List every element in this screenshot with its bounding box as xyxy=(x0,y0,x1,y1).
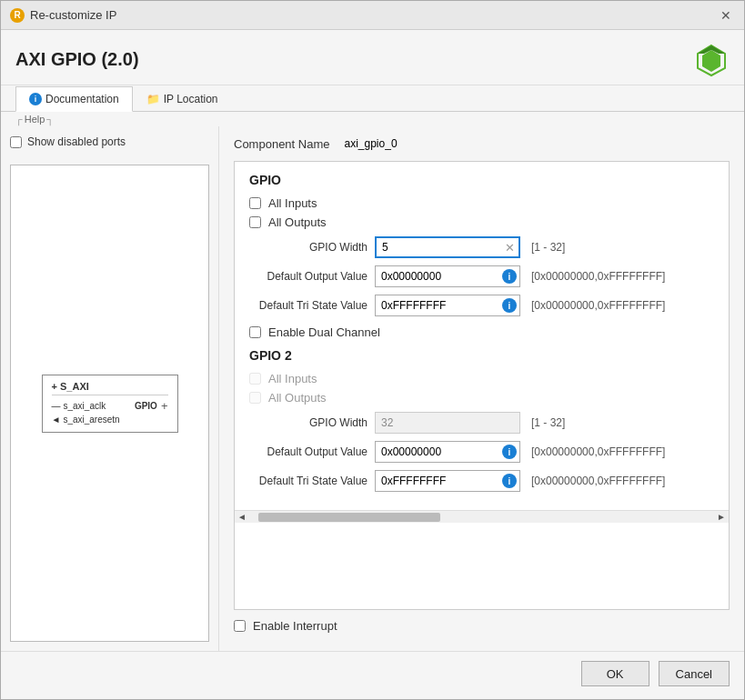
enable-interrupt-row: Enable Interrupt xyxy=(234,619,730,633)
ok-button[interactable]: OK xyxy=(581,661,649,686)
horizontal-scrollbar[interactable]: ◄ ► xyxy=(235,510,729,523)
default-tristate-info-icon[interactable]: i xyxy=(502,298,517,313)
gpio2-width-display: 32 xyxy=(375,412,520,434)
gpio-section-title: GPIO xyxy=(249,173,714,187)
all-inputs-label: All Inputs xyxy=(268,196,317,210)
gpio-width-range: [1 - 32] xyxy=(531,241,565,254)
gpio2-all-outputs-row: All Outputs xyxy=(249,391,714,405)
right-panel: Component Name GPIO All Inputs All Outpu… xyxy=(219,126,744,651)
scrollable-config[interactable]: GPIO All Inputs All Outputs GPIO Width xyxy=(234,161,730,610)
component-name-label: Component Name xyxy=(234,137,330,151)
horiz-scroll-thumb[interactable] xyxy=(258,513,440,522)
help-section: ┌ Help ┐ xyxy=(1,112,744,126)
gpio2-default-output-range: [0x00000000,0xFFFFFFFF] xyxy=(531,445,665,458)
default-tristate-input-wrapper: i xyxy=(375,295,520,316)
component-name-input[interactable] xyxy=(339,135,730,152)
enable-dual-channel-label: Enable Dual Channel xyxy=(268,325,380,339)
title-bar-left: R Re-customize IP xyxy=(10,8,116,23)
gpio2-default-output-row: Default Output Value i [0x00000000,0xFFF… xyxy=(249,441,714,463)
gpio-block: + S_AXI — s_axi_aclk GPIO + ◄ s_axi_ares… xyxy=(42,375,178,433)
gpio2-default-tristate-label: Default Tri State Value xyxy=(249,475,367,487)
gpio2-width-value: 32 xyxy=(381,416,393,429)
folder-icon: 📁 xyxy=(146,93,160,105)
tab-ip-location[interactable]: 📁 IP Location xyxy=(133,86,232,112)
show-ports-row: Show disabled ports xyxy=(10,135,209,148)
gpio2-default-output-wrapper: i xyxy=(375,441,520,463)
gpio2-width-label: GPIO Width xyxy=(249,416,367,429)
gpio2-default-tristate-info-icon[interactable]: i xyxy=(502,474,517,488)
gpio2-default-output-input[interactable] xyxy=(381,442,499,462)
show-disabled-ports-label: Show disabled ports xyxy=(27,135,126,148)
gpio-width-row: GPIO Width ✕ [1 - 32] xyxy=(249,236,714,258)
all-outputs-label: All Outputs xyxy=(268,215,327,229)
scroll-right-arrow[interactable]: ► xyxy=(714,512,729,522)
gpio-width-label: GPIO Width xyxy=(249,241,367,254)
gpio-width-clear-icon[interactable]: ✕ xyxy=(505,241,515,255)
port-row-aresetn: ◄ s_axi_aresetn xyxy=(52,415,168,425)
help-label: Help xyxy=(25,114,45,125)
all-outputs-row: All Outputs xyxy=(249,215,714,229)
tabs-bar: i Documentation 📁 IP Location xyxy=(1,85,744,112)
gpio2-default-tristate-wrapper: i xyxy=(375,470,520,492)
gpio-width-input[interactable] xyxy=(382,238,498,256)
title-icon: R xyxy=(10,8,25,23)
svg-marker-1 xyxy=(702,50,720,72)
gpio2-width-range: [1 - 32] xyxy=(531,416,565,429)
gpio2-default-tristate-range: [0x00000000,0xFFFFFFFF] xyxy=(531,475,665,487)
gpio-block-title: + S_AXI xyxy=(52,381,168,395)
default-tristate-range: [0x00000000,0xFFFFFFFF] xyxy=(531,299,665,312)
close-button[interactable]: ✕ xyxy=(717,6,735,25)
component-name-row: Component Name xyxy=(234,135,730,152)
gpio2-default-output-label: Default Output Value xyxy=(249,445,367,458)
default-output-row: Default Output Value i [0x00000000,0xFFF… xyxy=(249,265,714,287)
gpio2-section: GPIO 2 All Inputs All Outputs GPIO Width xyxy=(249,348,714,492)
config-inner: GPIO All Inputs All Outputs GPIO Width xyxy=(235,162,729,510)
info-icon: i xyxy=(29,93,42,105)
gpio2-section-title: GPIO 2 xyxy=(249,348,714,363)
gpio-width-input-wrapper: ✕ xyxy=(375,236,520,258)
default-output-info-icon[interactable]: i xyxy=(502,269,517,284)
gpio2-default-tristate-row: Default Tri State Value i [0x00000000,0x… xyxy=(249,470,714,492)
header-area: AXI GPIO (2.0) xyxy=(1,30,744,85)
scroll-left-arrow[interactable]: ◄ xyxy=(235,512,249,522)
default-output-label: Default Output Value xyxy=(249,270,367,283)
enable-dual-channel-checkbox[interactable] xyxy=(249,326,261,338)
default-output-input-wrapper: i xyxy=(375,265,520,287)
default-tristate-input[interactable] xyxy=(381,295,499,315)
all-outputs-checkbox[interactable] xyxy=(249,216,261,228)
dialog-window: R Re-customize IP ✕ AXI GPIO (2.0) i Doc… xyxy=(0,0,745,700)
enable-interrupt-checkbox[interactable] xyxy=(234,620,246,632)
xilinx-logo xyxy=(693,41,730,77)
gpio2-all-outputs-label: All Outputs xyxy=(268,391,327,405)
gpio2-all-inputs-checkbox[interactable] xyxy=(249,373,261,385)
all-inputs-row: All Inputs xyxy=(249,196,714,210)
all-inputs-checkbox[interactable] xyxy=(249,197,261,209)
tab-documentation[interactable]: i Documentation xyxy=(15,86,133,112)
title-text: Re-customize IP xyxy=(30,8,116,22)
show-disabled-ports-checkbox[interactable] xyxy=(10,136,22,148)
app-title: AXI GPIO (2.0) xyxy=(15,49,139,70)
gpio2-all-inputs-row: All Inputs xyxy=(249,372,714,385)
cancel-button[interactable]: Cancel xyxy=(659,661,730,686)
enable-dual-row: Enable Dual Channel xyxy=(249,325,714,339)
gpio2-default-tristate-input[interactable] xyxy=(381,471,499,491)
default-output-input[interactable] xyxy=(381,266,499,286)
gpio2-all-outputs-checkbox[interactable] xyxy=(249,392,261,404)
default-tristate-label: Default Tri State Value xyxy=(249,299,367,312)
default-output-range: [0x00000000,0xFFFFFFFF] xyxy=(531,270,665,283)
footer-buttons: OK Cancel xyxy=(1,651,744,699)
default-tristate-row: Default Tri State Value i [0x00000000,0x… xyxy=(249,295,714,316)
gpio2-all-inputs-label: All Inputs xyxy=(268,372,317,385)
gpio2-default-output-info-icon[interactable]: i xyxy=(502,445,517,459)
title-bar: R Re-customize IP ✕ xyxy=(1,1,744,30)
component-diagram: + S_AXI — s_axi_aclk GPIO + ◄ s_axi_ares… xyxy=(10,165,209,642)
left-panel: Show disabled ports + S_AXI — s_axi_aclk… xyxy=(1,126,219,651)
enable-interrupt-label: Enable Interrupt xyxy=(253,619,337,633)
content-area: Show disabled ports + S_AXI — s_axi_aclk… xyxy=(1,126,744,651)
gpio2-width-row: GPIO Width 32 [1 - 32] xyxy=(249,412,714,434)
port-row-aclk: — s_axi_aclk GPIO + xyxy=(52,399,168,413)
